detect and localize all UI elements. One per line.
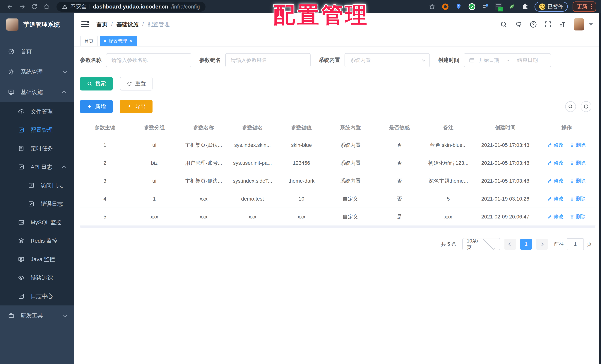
chevron-right-icon — [540, 242, 544, 246]
fullscreen-icon[interactable] — [543, 19, 553, 30]
add-button[interactable]: 新增 — [80, 100, 113, 113]
extension-grid-icon[interactable] — [481, 2, 490, 11]
edit-square-icon — [18, 163, 25, 171]
search-button[interactable]: 搜索 — [80, 77, 113, 91]
extension-leaf-icon[interactable] — [508, 2, 516, 11]
sidebar-logo-row[interactable]: 芋道管理系统 — [0, 13, 74, 36]
param-name-input[interactable] — [106, 53, 191, 67]
sidebar-menu: 首页 系统管理 基础设施 文件管理 — [0, 36, 74, 326]
address-bar[interactable]: 不安全 dashboard.yudao.iocoder.cn /infra/co… — [57, 2, 206, 12]
col-header-id: 参数主键 — [80, 119, 130, 136]
browser-home-icon[interactable] — [41, 1, 52, 12]
search-button-row: 搜索 重置 — [80, 77, 595, 91]
sidebar-item-infra[interactable]: 基础设施 — [0, 82, 74, 102]
extensions-puzzle-icon[interactable] — [521, 2, 529, 11]
filter-form: 参数名称 参数键名 系统内置 系统内置 创建时间 开始日期 - 结束日期 — [80, 53, 595, 67]
sidebar-item-dev-tools[interactable]: 研发工具 — [0, 305, 74, 326]
eye-icon — [18, 274, 25, 281]
browser-menu-kebab-icon[interactable] — [591, 4, 592, 10]
param-key-input[interactable] — [225, 53, 311, 67]
reset-button[interactable]: 重置 — [120, 77, 152, 91]
tab-home[interactable]: 首页 — [80, 36, 98, 46]
sidebar-item-log-center[interactable]: 日志中心 — [0, 287, 74, 305]
trash-icon — [570, 142, 574, 147]
font-size-icon[interactable] — [557, 19, 568, 30]
delete-link[interactable]: 删除 — [570, 195, 586, 202]
active-tab-dot — [104, 40, 106, 42]
user-avatar[interactable] — [574, 18, 584, 30]
trash-icon — [570, 214, 574, 219]
sidebar-item-java-monitor[interactable]: Java 监控 — [0, 250, 74, 269]
edit-link[interactable]: 修改 — [547, 195, 564, 202]
browser-scrollbar[interactable] — [599, 13, 601, 364]
sidebar-item-api-log[interactable]: API 日志 — [0, 158, 74, 176]
edit-link[interactable]: 修改 — [547, 177, 564, 184]
calendar-icon — [469, 57, 475, 63]
breadcrumb-current: 配置管理 — [148, 21, 170, 28]
refresh-icon — [127, 81, 132, 86]
browser-reload-icon[interactable] — [29, 1, 40, 12]
paused-label: 已暂停 — [548, 3, 563, 10]
page-content: 参数名称 参数键名 系统内置 系统内置 创建时间 开始日期 - 结束日期 — [74, 47, 601, 364]
plus-icon — [87, 104, 92, 109]
sidebar-item-config-management[interactable]: 配置管理 — [0, 121, 74, 139]
delete-link[interactable]: 删除 — [570, 177, 586, 184]
delete-link[interactable]: 删除 — [570, 160, 586, 166]
col-header-actions: 操作 — [538, 119, 595, 136]
edit-link[interactable]: 修改 — [547, 213, 564, 220]
table-scrollbar-track[interactable] — [80, 226, 595, 228]
sidebar-item-file-management[interactable]: 文件管理 — [0, 102, 74, 121]
sidebar-item-mysql-monitor[interactable]: MySQL 监控 — [0, 213, 74, 232]
close-icon[interactable] — [129, 39, 133, 43]
page-size-select[interactable]: 10条/页 — [462, 238, 500, 250]
search-icon[interactable] — [498, 19, 509, 30]
goto-page-input[interactable] — [567, 238, 584, 250]
refresh-table-button[interactable] — [581, 101, 591, 112]
sidebar-item-scheduled-jobs[interactable]: 定时任务 — [0, 139, 74, 158]
browser-update-button[interactable]: 更新 — [572, 1, 596, 12]
date-range-picker[interactable]: 开始日期 - 结束日期 — [464, 53, 551, 67]
sidebar-item-tracing[interactable]: 链路追踪 — [0, 269, 74, 287]
param-key-label: 参数键名 — [200, 57, 221, 64]
export-button[interactable]: 导出 — [120, 100, 152, 113]
sidebar-item-system[interactable]: 系统管理 — [0, 62, 74, 82]
delete-link[interactable]: 删除 — [570, 213, 586, 220]
profile-avatar-emoji — [539, 3, 545, 10]
prev-page-button[interactable] — [504, 239, 516, 250]
extension-orange-donut-icon[interactable] — [441, 2, 450, 11]
browser-back-icon[interactable] — [5, 1, 15, 12]
sidebar-collapse-icon[interactable] — [81, 20, 89, 29]
tab-config-management[interactable]: 配置管理 — [100, 36, 137, 46]
help-icon[interactable] — [528, 19, 539, 30]
breadcrumb-infra[interactable]: 基础设施 — [116, 21, 139, 28]
create-time-label: 创建时间 — [438, 57, 459, 64]
next-page-button[interactable] — [536, 239, 548, 250]
url-path: /infra/config — [171, 3, 200, 10]
sidebar-item-error-log[interactable]: 错误日志 — [0, 195, 74, 213]
current-page-button[interactable]: 1 — [520, 239, 532, 250]
bookmark-star-icon[interactable] — [428, 2, 436, 11]
sidebar-item-home[interactable]: 首页 — [0, 41, 74, 62]
delete-link[interactable]: 删除 — [570, 142, 586, 148]
browser-forward-icon[interactable] — [17, 1, 27, 12]
github-icon[interactable] — [513, 19, 524, 30]
trash-icon — [570, 161, 574, 165]
date-end-placeholder: 结束日期 — [517, 57, 538, 64]
extension-green-check-icon[interactable] — [468, 2, 476, 11]
profile-paused-chip[interactable]: 已暂停 — [534, 2, 568, 12]
date-range-separator: - — [503, 57, 513, 63]
screen: 不安全 dashboard.yudao.iocoder.cn /infra/co… — [0, 0, 601, 364]
col-header-value: 参数键值 — [277, 119, 326, 136]
toggle-search-button[interactable] — [565, 101, 576, 112]
edit-link[interactable]: 修改 — [547, 160, 564, 166]
trash-icon — [570, 196, 574, 201]
extension-pin-icon[interactable] — [454, 2, 463, 11]
extension-cn-icon[interactable]: cn — [494, 2, 503, 11]
user-menu-caret-icon[interactable] — [589, 23, 593, 26]
edit-link[interactable]: 修改 — [547, 142, 564, 148]
col-header-builtin: 系统内置 — [326, 119, 375, 136]
sidebar-item-access-log[interactable]: 访问日志 — [0, 176, 74, 195]
sidebar-item-redis-monitor[interactable]: Redis 监控 — [0, 232, 74, 250]
builtin-select[interactable]: 系统内置 — [345, 53, 430, 67]
breadcrumb-home[interactable]: 首页 — [96, 21, 108, 28]
